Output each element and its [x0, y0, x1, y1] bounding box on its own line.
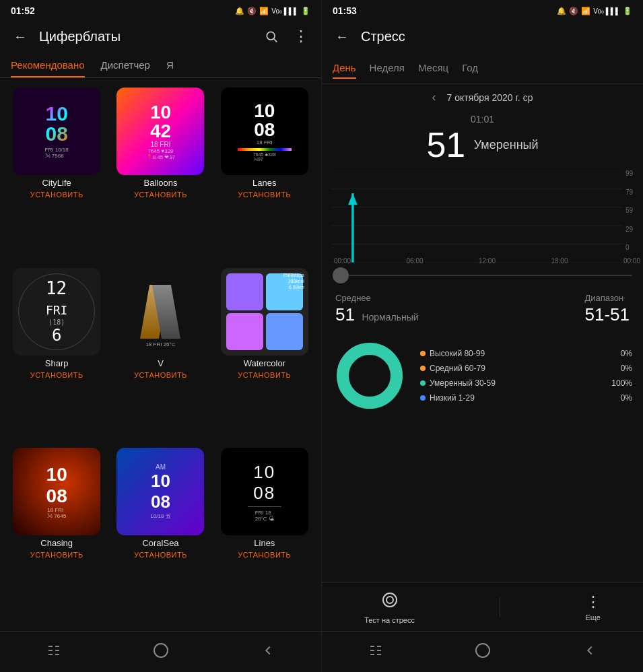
- signal-icon: Vo₀ ▌▌▌: [271, 7, 298, 15]
- tab-manager[interactable]: Диспетчер: [101, 54, 150, 77]
- legend-list: Высокий 80-99 0% Средний 60-79 0% Умерен…: [420, 349, 632, 403]
- watch-face-sharp[interactable]: 12FRI (18) 6: [13, 268, 100, 356]
- watch-item-watercolor: 7568steps398kcal6.08km Watercolor УСТАНО…: [216, 268, 313, 442]
- prev-date-button[interactable]: ‹: [432, 90, 436, 104]
- watch-install-coralsea[interactable]: УСТАНОВИТЬ: [134, 551, 187, 559]
- watch-install-v[interactable]: УСТАНОВИТЬ: [134, 371, 187, 379]
- left-nav-menu[interactable]: [40, 640, 67, 661]
- left-tabs: Рекомендовано Диспетчер Я: [0, 54, 321, 78]
- watch-install-balloons[interactable]: УСТАНОВИТЬ: [134, 191, 187, 199]
- svg-point-8: [154, 644, 168, 657]
- watch-item-sharp: 12FRI (18) 6 Sharp УСТАНОВИТЬ: [8, 268, 105, 442]
- legend-pct-low: 0%: [621, 393, 632, 403]
- tab-me[interactable]: Я: [166, 54, 174, 77]
- legend-pct-moderate: 100%: [611, 378, 632, 388]
- stress-test-button[interactable]: Тест на стресс: [364, 591, 415, 624]
- watch-install-chasing[interactable]: УСТАНОВИТЬ: [30, 551, 83, 559]
- more-action-button[interactable]: ⋮ Еще: [585, 593, 600, 621]
- wf-sub-chasing: 18 FRI🌬 7645: [47, 507, 66, 519]
- right-back-button[interactable]: ←: [331, 26, 353, 47]
- watch-face-watercolor[interactable]: 7568steps398kcal6.08km: [221, 268, 308, 356]
- wc-stats: 7568steps398kcal6.08km: [283, 272, 304, 290]
- left-title: Циферблаты: [39, 29, 252, 44]
- left-bottom-nav: [0, 631, 321, 672]
- left-top-bar: ← Циферблаты ⋮: [0, 19, 321, 54]
- left-status-time: 01:52: [11, 5, 35, 16]
- watch-grid: 1008 FRI 10/18🌬 7568 CityLife УСТАНОВИТЬ…: [0, 78, 321, 631]
- watch-install-lines[interactable]: УСТАНОВИТЬ: [238, 551, 291, 559]
- right-nav-back[interactable]: [576, 640, 603, 661]
- watch-item-balloons: 1042 18 FRI 7645 ♥328📍8.45 ❤97 Balloons …: [112, 88, 209, 261]
- wf-time: 1008: [45, 104, 67, 144]
- watch-install-citylife[interactable]: УСТАНОВИТЬ: [30, 191, 83, 199]
- y-label-59: 59: [625, 207, 640, 214]
- y-label-0: 0: [625, 244, 640, 251]
- search-button[interactable]: [261, 26, 282, 47]
- svg-point-20: [386, 597, 393, 603]
- watch-face-v[interactable]: 18 FRI 26°C: [116, 268, 204, 356]
- wf-info: FRI 10/18🌬 7568: [45, 147, 69, 159]
- watch-face-chasing[interactable]: 1008 18 FRI🌬 7645: [13, 448, 100, 535]
- svg-point-27: [476, 644, 489, 657]
- wf-sharp-time: 12FRI: [46, 278, 68, 318]
- watch-face-lines[interactable]: 1008 FRI 1826°C 🌤: [221, 448, 308, 535]
- back-button[interactable]: ←: [9, 26, 31, 47]
- more-button[interactable]: ⋮: [290, 26, 312, 47]
- right-battery-icon: 🔋: [623, 7, 632, 15]
- watch-install-sharp[interactable]: УСТАНОВИТЬ: [30, 371, 83, 379]
- y-label-29: 29: [625, 226, 640, 233]
- legend-item-moderate: Умеренный 30-59 100%: [420, 378, 632, 388]
- wf-time-balloons: 1042: [150, 103, 171, 141]
- actions-divider: [500, 597, 500, 617]
- period-tab-year[interactable]: Год: [462, 58, 478, 79]
- x-label-0600: 06:00: [406, 257, 423, 265]
- date-label: 7 октября 2020 г. ср: [447, 92, 533, 103]
- wc-cell-4: [266, 313, 303, 350]
- right-bottom-nav: [322, 631, 643, 672]
- scrubber-handle[interactable]: [333, 267, 349, 283]
- range-value: 51-51: [585, 304, 630, 325]
- chart-x-labels: 00:00 06:00 12:00 18:00 00:00: [331, 257, 643, 265]
- wifi-icon: 📶: [259, 7, 269, 15]
- x-label-1200: 12:00: [479, 257, 496, 265]
- watch-install-lanes[interactable]: УСТАНОВИТЬ: [238, 191, 291, 199]
- right-nav-home[interactable]: [469, 640, 496, 661]
- period-tab-week[interactable]: Неделя: [370, 58, 405, 79]
- watch-install-watercolor[interactable]: УСТАНОВИТЬ: [238, 371, 291, 379]
- mute-icon: 🔇: [247, 7, 257, 15]
- left-panel: 01:52 🔔 🔇 📶 Vo₀ ▌▌▌ 🔋 ← Циферблаты ⋮ Рек…: [0, 0, 321, 672]
- legend-dot-moderate: [420, 380, 426, 386]
- legend-dot-high: [420, 351, 426, 356]
- left-nav-home[interactable]: [147, 640, 174, 661]
- legend-left-mid: Средний 60-79: [420, 364, 485, 373]
- wf-stats-balloons: 7645 ♥328📍8.45 ❤97: [146, 148, 176, 160]
- wf-sharp-hour: 6: [52, 326, 61, 345]
- stress-number: 51: [426, 125, 465, 165]
- watch-face-citylife[interactable]: 1008 FRI 10/18🌬 7568: [13, 88, 100, 175]
- watch-face-balloons[interactable]: 1042 18 FRI 7645 ♥328📍8.45 ❤97: [116, 88, 204, 175]
- wc-cell-3: [226, 313, 263, 350]
- period-tab-day[interactable]: День: [333, 58, 356, 79]
- watch-name-citylife: CityLife: [42, 178, 71, 188]
- watch-face-lanes[interactable]: 1008 18 FRI 7645 ♣328🌬97: [221, 88, 308, 175]
- stress-time: 01:01: [322, 114, 643, 125]
- watch-item-chasing: 1008 18 FRI🌬 7645 Chasing УСТАНОВИТЬ: [8, 448, 105, 621]
- legend-text-moderate: Умеренный 30-59: [430, 378, 496, 388]
- period-tab-month[interactable]: Месяц: [418, 58, 448, 79]
- x-label-0000: 00:00: [334, 257, 351, 265]
- left-nav-back[interactable]: [255, 640, 281, 661]
- watch-name-coralsea: CoralSea: [142, 538, 178, 548]
- average-block: Среднее 51 Нормальный: [335, 293, 419, 325]
- average-sublabel: Нормальный: [362, 312, 418, 323]
- legend-text-high: Высокий 80-99: [430, 349, 485, 358]
- wf-coralsea-ampm: AM: [156, 463, 166, 471]
- watch-name-lanes: Lanes: [252, 178, 276, 188]
- watch-item-citylife: 1008 FRI 10/18🌬 7568 CityLife УСТАНОВИТЬ: [8, 88, 105, 261]
- right-nav-menu[interactable]: [362, 640, 389, 661]
- v-info: 18 FRI 26°C: [145, 341, 175, 347]
- watch-face-coralsea[interactable]: AM 1008 10/18 五: [116, 448, 204, 535]
- right-title: Стресс: [361, 29, 634, 44]
- scrubber-track: [349, 275, 632, 276]
- tab-recommended[interactable]: Рекомендовано: [11, 54, 85, 77]
- svg-point-18: [343, 349, 397, 403]
